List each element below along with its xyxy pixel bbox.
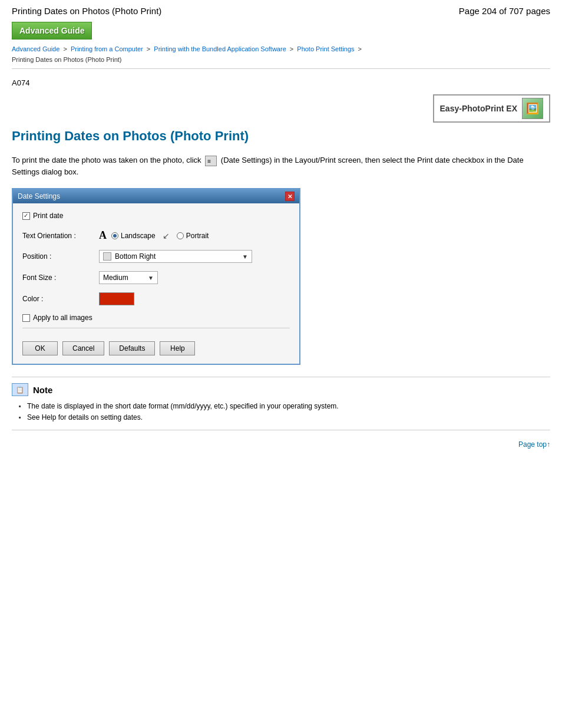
- apply-all-checkbox[interactable]: [22, 314, 30, 322]
- color-label: Color :: [22, 295, 99, 303]
- advanced-guide-label: Advanced Guide: [19, 26, 84, 35]
- page-top-link[interactable]: Page top↑: [518, 440, 550, 449]
- note-list: The date is displayed in the short date …: [12, 401, 550, 423]
- portrait-radio-item[interactable]: Portrait: [177, 232, 209, 240]
- breadcrumb: Advanced Guide > Printing from a Compute…: [12, 44, 550, 65]
- text-orientation-label: Text Orientation :: [22, 232, 99, 240]
- print-date-checkbox-row: Print date: [22, 212, 290, 220]
- dialog-title: Date Settings: [18, 192, 60, 200]
- page-number: Page 204 of 707 pages: [459, 6, 550, 16]
- advanced-guide-banner: Advanced Guide: [12, 22, 92, 39]
- color-swatch[interactable]: [99, 292, 134, 305]
- breadcrumb-divider-3: >: [290, 45, 295, 52]
- note-header: 📋 Note: [12, 383, 550, 396]
- dialog-titlebar: Date Settings ✕: [13, 189, 299, 203]
- font-size-controls: Medium ▼: [99, 271, 290, 284]
- text-orientation-controls: A Landscape ↙ Portrait: [99, 229, 290, 242]
- app-logo-icon: 🖼️: [522, 98, 543, 119]
- font-size-label: Font Size :: [22, 274, 99, 282]
- breadcrumb-link-photo-print-settings[interactable]: Photo Print Settings: [297, 45, 354, 52]
- portrait-label: Portrait: [186, 232, 209, 240]
- print-date-checkbox[interactable]: [22, 212, 30, 220]
- breadcrumb-separator: [12, 68, 550, 69]
- landscape-radio[interactable]: [111, 232, 118, 239]
- apply-all-text: Apply to all images: [33, 314, 92, 322]
- portrait-arrow-icon: ↙: [163, 231, 170, 241]
- position-label: Position :: [22, 252, 99, 261]
- date-settings-dialog: Date Settings ✕ Print date Text Orientat…: [12, 188, 300, 365]
- intro-text-1: To print the date the photo was taken on…: [12, 156, 201, 164]
- main-heading: Printing Dates on Photos (Photo Print): [12, 129, 550, 144]
- text-orientation-row: Text Orientation : A Landscape ↙ Portrai…: [22, 229, 290, 242]
- orientation-radio-group: Landscape ↙ Portrait: [111, 231, 209, 241]
- color-row: Color :: [22, 292, 290, 305]
- breadcrumb-link-printing-from-computer[interactable]: Printing from a Computer: [71, 45, 143, 52]
- position-select[interactable]: Bottom Right ▼: [99, 250, 252, 263]
- help-button[interactable]: Help: [160, 341, 195, 355]
- page-header: Printing Dates on Photos (Photo Print) P…: [12, 6, 550, 16]
- breadcrumb-link-advanced-guide[interactable]: Advanced Guide: [12, 45, 59, 52]
- note-item-1: The date is displayed in the short date …: [19, 401, 550, 412]
- note-title: Note: [33, 385, 52, 395]
- date-settings-inline-icon: [205, 156, 217, 166]
- font-size-dropdown-arrow: ▼: [148, 275, 154, 281]
- app-logo-area: Easy-PhotoPrint EX 🖼️: [12, 94, 550, 123]
- position-row: Position : Bottom Right ▼: [22, 250, 290, 263]
- breadcrumb-divider-1: >: [63, 45, 68, 52]
- breadcrumb-current: Printing Dates on Photos (Photo Print): [12, 56, 121, 63]
- page-title-header: Printing Dates on Photos (Photo Print): [12, 6, 161, 16]
- color-controls: [99, 292, 290, 305]
- dialog-close-button[interactable]: ✕: [285, 192, 295, 201]
- print-date-text: Print date: [33, 212, 63, 220]
- landscape-label: Landscape: [121, 232, 156, 240]
- breadcrumb-divider-4: >: [358, 45, 362, 52]
- position-dropdown-arrow: ▼: [242, 253, 248, 260]
- print-date-label[interactable]: Print date: [22, 212, 290, 220]
- apply-all-row: Apply to all images: [22, 314, 290, 328]
- note-item-2: See Help for details on setting dates.: [19, 412, 550, 423]
- landscape-radio-item[interactable]: Landscape: [111, 232, 156, 240]
- dialog-body: Print date Text Orientation : A Landscap…: [13, 203, 299, 364]
- orientation-letter: A: [99, 229, 107, 242]
- defaults-button[interactable]: Defaults: [109, 341, 155, 355]
- portrait-radio[interactable]: [177, 232, 184, 239]
- dialog-footer: OK Cancel Defaults Help: [22, 337, 290, 355]
- ok-button[interactable]: OK: [22, 341, 58, 355]
- font-size-value: Medium: [103, 274, 128, 282]
- position-controls: Bottom Right ▼: [99, 250, 290, 263]
- app-logo-text: Easy-PhotoPrint EX: [440, 104, 517, 113]
- apply-all-label[interactable]: Apply to all images: [22, 314, 290, 322]
- font-size-select[interactable]: Medium ▼: [99, 271, 158, 284]
- font-size-row: Font Size : Medium ▼: [22, 271, 290, 284]
- position-value: Bottom Right: [115, 252, 156, 261]
- position-select-icon: [103, 252, 111, 261]
- article-id: A074: [12, 78, 550, 87]
- note-icon: 📋: [12, 383, 28, 396]
- breadcrumb-divider-2: >: [147, 45, 152, 52]
- intro-paragraph: To print the date the photo was taken on…: [12, 154, 550, 177]
- page-top-area: Page top↑: [12, 440, 550, 449]
- breadcrumb-link-bundled-software[interactable]: Printing with the Bundled Application So…: [154, 45, 286, 52]
- note-section: 📋 Note The date is displayed in the shor…: [12, 377, 550, 430]
- app-logo-box: Easy-PhotoPrint EX 🖼️: [433, 94, 550, 123]
- cancel-button[interactable]: Cancel: [62, 341, 104, 355]
